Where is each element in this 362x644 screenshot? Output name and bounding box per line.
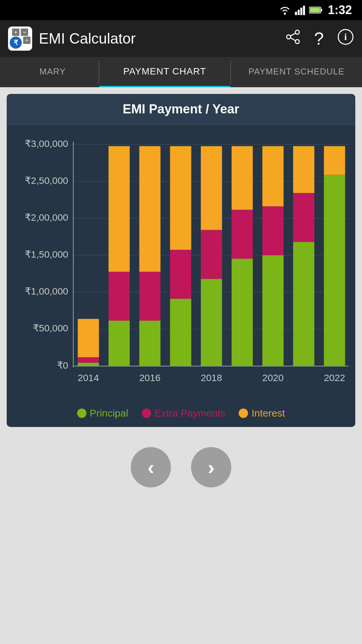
legend-label-principal: Principal bbox=[90, 408, 128, 419]
tab-payment-chart[interactable]: PAYMENT CHART bbox=[99, 57, 230, 87]
status-bar: ⚡ 1:32 bbox=[0, 0, 362, 20]
svg-text:₹3,00,000: ₹3,00,000 bbox=[25, 138, 68, 149]
svg-rect-44 bbox=[170, 250, 191, 299]
svg-text:₹50,000: ₹50,000 bbox=[33, 323, 68, 333]
chart-header: EMI Payment / Year bbox=[7, 94, 355, 125]
svg-rect-46 bbox=[201, 279, 222, 366]
svg-rect-40 bbox=[139, 321, 161, 366]
status-time: 1:32 bbox=[328, 3, 352, 17]
svg-rect-42 bbox=[139, 146, 161, 272]
svg-rect-35 bbox=[78, 319, 99, 357]
chart-legend: Principal Extra Payments Interest bbox=[10, 399, 352, 427]
svg-rect-56 bbox=[293, 193, 314, 242]
svg-rect-43 bbox=[170, 299, 191, 366]
next-icon: › bbox=[208, 456, 215, 479]
svg-rect-51 bbox=[232, 146, 253, 210]
share-icon[interactable] bbox=[286, 30, 301, 48]
bar-chart-svg: ₹3,00,000 ₹2,50,000 ₹2,00,000 ₹1,50,000 … bbox=[10, 135, 352, 395]
nav-buttons: ‹ › bbox=[0, 434, 362, 507]
svg-text:2016: 2016 bbox=[139, 372, 161, 383]
next-button[interactable]: › bbox=[191, 447, 231, 487]
svg-rect-49 bbox=[232, 259, 253, 366]
svg-rect-6 bbox=[321, 9, 322, 11]
help-icon[interactable]: ? bbox=[314, 29, 324, 49]
svg-text:₹2,50,000: ₹2,50,000 bbox=[25, 175, 68, 186]
svg-rect-47 bbox=[201, 230, 222, 279]
svg-text:2022: 2022 bbox=[324, 372, 345, 383]
legend-dot-extra bbox=[142, 409, 151, 418]
svg-text:₹0: ₹0 bbox=[57, 360, 68, 371]
svg-rect-60 bbox=[324, 146, 345, 175]
wifi-icon bbox=[278, 5, 292, 15]
svg-point-10 bbox=[287, 35, 291, 39]
app-bar-icons: ? i bbox=[286, 29, 354, 49]
legend-interest: Interest bbox=[239, 408, 285, 419]
svg-rect-34 bbox=[78, 357, 99, 363]
svg-rect-58 bbox=[324, 175, 345, 366]
svg-rect-39 bbox=[109, 146, 130, 272]
svg-rect-37 bbox=[109, 321, 130, 366]
svg-rect-1 bbox=[295, 12, 297, 15]
prev-icon: ‹ bbox=[147, 456, 154, 479]
svg-rect-41 bbox=[139, 272, 161, 321]
svg-text:2014: 2014 bbox=[78, 372, 99, 383]
battery-icon: ⚡ bbox=[309, 6, 322, 14]
svg-line-12 bbox=[291, 33, 295, 36]
svg-text:₹1,00,000: ₹1,00,000 bbox=[25, 286, 68, 297]
svg-text:₹2,00,000: ₹2,00,000 bbox=[25, 212, 68, 223]
tab-summary[interactable]: MARY bbox=[0, 57, 99, 87]
svg-rect-2 bbox=[298, 10, 300, 15]
svg-line-13 bbox=[291, 38, 295, 41]
legend-label-extra: Extra Payments bbox=[155, 408, 226, 419]
svg-rect-33 bbox=[78, 363, 99, 366]
svg-point-11 bbox=[295, 40, 299, 44]
chart-svg: ₹3,00,000 ₹2,50,000 ₹2,00,000 ₹1,50,000 … bbox=[10, 131, 352, 399]
svg-rect-57 bbox=[293, 146, 314, 193]
svg-rect-54 bbox=[262, 146, 284, 207]
svg-rect-50 bbox=[232, 210, 253, 259]
tab-payment-schedule[interactable]: PAYMENT SCHEDULE bbox=[231, 57, 362, 87]
svg-text:i: i bbox=[344, 32, 347, 42]
prev-button[interactable]: ‹ bbox=[131, 447, 171, 487]
legend-dot-interest bbox=[239, 409, 248, 418]
svg-point-9 bbox=[295, 30, 299, 34]
svg-point-0 bbox=[284, 13, 286, 15]
svg-text:2020: 2020 bbox=[262, 372, 284, 383]
tab-bar: MARY PAYMENT CHART PAYMENT SCHEDULE bbox=[0, 57, 362, 87]
svg-rect-38 bbox=[109, 272, 130, 321]
svg-rect-4 bbox=[303, 6, 305, 15]
legend-dot-principal bbox=[77, 409, 86, 418]
svg-rect-3 bbox=[300, 8, 302, 15]
info-icon[interactable]: i bbox=[337, 29, 354, 49]
svg-text:⚡: ⚡ bbox=[312, 8, 317, 12]
svg-rect-52 bbox=[262, 255, 284, 366]
svg-rect-53 bbox=[262, 206, 284, 255]
chart-container: EMI Payment / Year ₹3,00,000 ₹2,50,000 ₹… bbox=[7, 94, 355, 427]
app-bar: + − ₹ ÷ EMI Calculator ? bbox=[0, 20, 362, 57]
legend-principal: Principal bbox=[77, 408, 128, 419]
app-title: EMI Calculator bbox=[39, 30, 279, 47]
legend-label-interest: Interest bbox=[251, 408, 285, 419]
signal-icon bbox=[295, 5, 306, 15]
svg-rect-48 bbox=[201, 146, 222, 230]
svg-text:₹1,50,000: ₹1,50,000 bbox=[25, 249, 68, 260]
app-logo: + − ₹ ÷ bbox=[8, 26, 32, 51]
chart-body: ₹3,00,000 ₹2,50,000 ₹2,00,000 ₹1,50,000 … bbox=[7, 125, 355, 427]
legend-extra: Extra Payments bbox=[142, 408, 226, 419]
chart-title: EMI Payment / Year bbox=[15, 102, 347, 116]
svg-rect-45 bbox=[170, 146, 191, 250]
status-icons: ⚡ bbox=[278, 5, 322, 15]
svg-rect-55 bbox=[293, 242, 314, 366]
svg-text:2018: 2018 bbox=[201, 372, 222, 383]
